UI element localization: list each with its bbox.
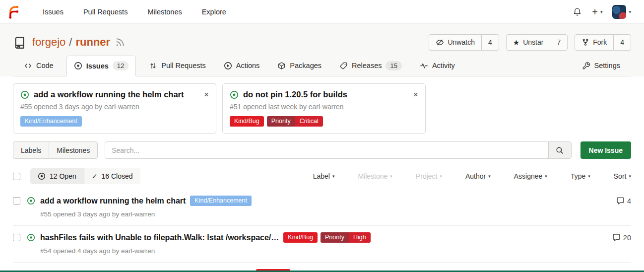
issue-opened-icon	[27, 197, 35, 205]
pinned-issue-meta: #55 opened 3 days ago by earl-warren	[20, 103, 209, 111]
issue-comments[interactable]: 4	[616, 197, 631, 205]
open-issues-filter[interactable]: 12 Open	[30, 168, 84, 184]
search-button[interactable]	[548, 142, 571, 158]
comment-icon	[612, 233, 621, 242]
tab-code[interactable]: Code	[19, 56, 59, 76]
repo-header: forgejo / runner Unwatch	[0, 24, 644, 76]
label-value: High	[349, 232, 371, 243]
nav-link-pull-requests[interactable]: Pull Requests	[83, 8, 128, 16]
pinned-issues: add a workflow running the helm chart × …	[13, 83, 631, 134]
filter-sort-text: Sort	[614, 172, 627, 180]
nav-link-issues[interactable]: Issues	[43, 8, 64, 16]
nav-link-milestones[interactable]: Milestones	[147, 8, 182, 16]
tab-settings[interactable]: Settings	[577, 56, 625, 76]
new-issue-button[interactable]: New Issue	[580, 141, 631, 159]
pinned-issue-title[interactable]: add a workflow running the helm chart	[34, 90, 184, 99]
label-chip-priority-high[interactable]: Priority High	[321, 232, 371, 243]
filter-author-text: Author	[465, 172, 486, 180]
filter-author[interactable]: Author ▾	[465, 172, 491, 180]
filter-project-text: Project	[416, 172, 438, 180]
notifications-bell-icon[interactable]	[573, 7, 582, 16]
pinned-issue-card: do not pin 1.20.5 for builds × #51 opene…	[222, 83, 426, 134]
repo-book-icon	[13, 36, 26, 49]
tab-issues[interactable]: Issues 12	[66, 56, 136, 76]
close-icon[interactable]: ×	[413, 90, 418, 99]
tab-releases[interactable]: Releases 15	[334, 56, 407, 76]
tab-packages[interactable]: Packages	[272, 56, 326, 76]
unwatch-button[interactable]: Unwatch 4	[429, 34, 499, 51]
create-new-button[interactable]: + ▾	[592, 7, 602, 17]
repo-owner-link[interactable]: forgejo	[32, 36, 65, 49]
rss-icon[interactable]	[115, 37, 125, 47]
issue-checkbox[interactable]	[13, 234, 20, 241]
issues-count-badge: 12	[113, 61, 129, 70]
label-chip-kind-bug[interactable]: Kind/Bug	[283, 232, 318, 243]
chevron-down-icon: ▾	[440, 174, 442, 179]
select-all-checkbox[interactable]	[13, 173, 20, 180]
play-circle-icon	[224, 62, 232, 70]
label-chip-kind-bug[interactable]: Kind/Bug	[230, 116, 264, 127]
repo-name-link[interactable]: runner	[75, 36, 110, 49]
closed-count-label: 16 Closed	[101, 172, 132, 180]
filter-type-text: Type	[571, 172, 585, 180]
forgejo-logo-icon[interactable]	[6, 4, 21, 19]
stars-count[interactable]: 7	[550, 35, 567, 50]
fork-button[interactable]: Fork 4	[575, 34, 631, 51]
labels-milestones-group: Labels Milestones	[13, 141, 98, 159]
labels-button[interactable]: Labels	[13, 142, 49, 158]
unstar-button[interactable]: ★ Unstar 7	[506, 34, 568, 51]
fork-icon	[581, 38, 589, 46]
forks-count[interactable]: 4	[613, 35, 631, 50]
pinned-issue-meta: #51 opened last week by earl-warren	[230, 103, 418, 111]
milestones-button[interactable]: Milestones	[49, 142, 97, 158]
wrench-icon	[582, 62, 590, 70]
tab-actions-label: Actions	[236, 62, 260, 69]
repo-slash: /	[69, 36, 72, 49]
issue-checkbox[interactable]	[13, 197, 20, 204]
code-icon	[24, 62, 32, 70]
unstar-label-segment[interactable]: ★ Unstar	[507, 35, 550, 50]
user-menu[interactable]: ▾	[612, 5, 631, 19]
comment-icon	[616, 197, 625, 205]
label-chip-kind-enhancement[interactable]: Kind/Enhancement	[190, 196, 252, 206]
issue-list: add a workflow running the helm chart Ki…	[13, 189, 631, 272]
search-input[interactable]	[105, 142, 548, 158]
chevron-down-icon: ▾	[600, 9, 603, 14]
filter-sort[interactable]: Sort ▾	[614, 172, 631, 180]
label-scope: Priority	[321, 232, 349, 243]
issue-title[interactable]: hashFiles fails with Unable to filepath.…	[40, 233, 279, 242]
label-chip-priority-critical[interactable]: Priority Critical	[267, 116, 323, 127]
tab-issues-label: Issues	[86, 62, 109, 70]
filter-type[interactable]: Type ▾	[571, 172, 590, 180]
filter-dropdowns: Label ▾ Milestone ▾ Project ▾ Author ▾ A…	[313, 172, 631, 180]
breadcrumb: forgejo / runner	[32, 36, 110, 49]
unwatch-label-segment[interactable]: Unwatch	[429, 35, 481, 50]
check-icon: ✓	[92, 172, 98, 180]
package-icon	[277, 62, 286, 70]
issue-comments[interactable]: 20	[612, 233, 631, 242]
issues-filterbar: 12 Open ✓ 16 Closed Label ▾ Milestone ▾ …	[13, 168, 631, 184]
tab-settings-label: Settings	[594, 62, 620, 69]
filter-assignee[interactable]: Assignee ▾	[514, 172, 547, 180]
issue-row: hashFiles fails with Unable to filepath.…	[13, 225, 631, 262]
chevron-down-icon: ▾	[488, 174, 491, 179]
close-icon[interactable]: ×	[204, 90, 209, 99]
tab-releases-label: Releases	[352, 62, 382, 69]
label-chip-kind-enhancement[interactable]: Kind/Enhancement	[20, 116, 82, 127]
repo-tabs: Code Issues 12 Pull Requests	[13, 56, 631, 76]
tab-pull-requests[interactable]: Pull Requests	[144, 56, 210, 76]
label-scope: Priority	[267, 116, 295, 127]
search-box	[105, 141, 571, 159]
watchers-count[interactable]: 4	[481, 35, 499, 50]
chevron-down-icon: ▾	[629, 174, 631, 179]
pinned-issue-title[interactable]: do not pin 1.20.5 for builds	[243, 90, 347, 99]
tab-activity[interactable]: Activity	[415, 56, 460, 76]
tab-actions[interactable]: Actions	[219, 56, 265, 76]
avatar	[612, 5, 626, 19]
filter-label[interactable]: Label ▾	[313, 172, 335, 180]
nav-link-explore[interactable]: Explore	[202, 8, 226, 16]
chevron-down-icon: ▾	[332, 174, 335, 179]
fork-label-segment[interactable]: Fork	[575, 35, 613, 50]
closed-issues-filter[interactable]: ✓ 16 Closed	[84, 168, 140, 184]
issue-title[interactable]: add a workflow running the helm chart	[40, 197, 186, 205]
